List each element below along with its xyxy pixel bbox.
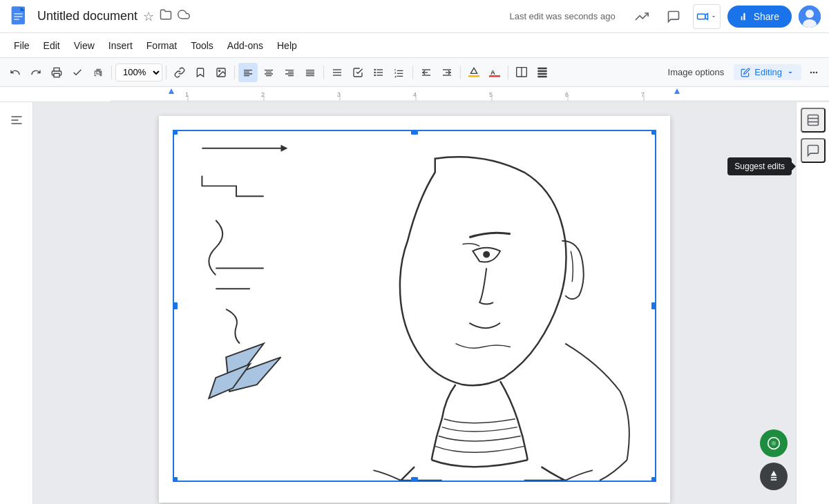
svg-rect-27 bbox=[468, 75, 479, 77]
handle-middle-right[interactable] bbox=[651, 302, 656, 309]
image-button[interactable] bbox=[211, 63, 231, 82]
text-color-button[interactable]: A bbox=[485, 63, 504, 82]
app-logo[interactable] bbox=[8, 6, 30, 28]
svg-rect-7 bbox=[741, 16, 742, 20]
handle-middle-left[interactable] bbox=[173, 302, 178, 309]
svg-rect-11 bbox=[54, 73, 59, 77]
ruler: 1 2 3 4 5 6 7 bbox=[0, 87, 829, 102]
add-comment-button[interactable] bbox=[801, 108, 826, 133]
svg-point-13 bbox=[219, 70, 220, 71]
align-left-button[interactable] bbox=[238, 63, 258, 82]
align-center-button[interactable] bbox=[259, 63, 278, 82]
svg-rect-92 bbox=[771, 479, 776, 481]
column-layout-button[interactable] bbox=[512, 63, 531, 82]
separator-2 bbox=[166, 66, 166, 79]
separator-1 bbox=[111, 66, 112, 79]
svg-point-21 bbox=[374, 74, 376, 76]
user-avatar[interactable] bbox=[799, 6, 821, 28]
svg-text:A: A bbox=[490, 68, 495, 75]
svg-point-90 bbox=[772, 441, 776, 446]
svg-rect-34 bbox=[537, 72, 546, 75]
document-page: Edit bbox=[159, 116, 670, 503]
svg-rect-20 bbox=[377, 72, 383, 72]
last-edit-text: Last edit was seconds ago bbox=[509, 11, 615, 21]
indent-increase-button[interactable] bbox=[437, 63, 457, 82]
menu-edit[interactable]: Edit bbox=[38, 37, 66, 54]
toolbar-right: Image options Editing bbox=[661, 63, 823, 82]
more-options-button[interactable] bbox=[533, 63, 552, 82]
handle-bottom-left[interactable] bbox=[173, 477, 178, 482]
svg-rect-2 bbox=[14, 13, 23, 14]
svg-point-9 bbox=[806, 10, 814, 18]
menu-help[interactable]: Help bbox=[271, 37, 303, 54]
toolbar-more-button[interactable] bbox=[804, 63, 823, 82]
svg-point-17 bbox=[374, 68, 376, 70]
link-button[interactable] bbox=[170, 63, 189, 82]
handle-top-left[interactable] bbox=[173, 130, 178, 135]
doc-area: Edit bbox=[33, 102, 796, 504]
undo-button[interactable] bbox=[6, 63, 25, 82]
svg-rect-3 bbox=[14, 16, 23, 17]
menu-view[interactable]: View bbox=[68, 37, 100, 54]
svg-point-19 bbox=[374, 71, 376, 73]
bookmark-button[interactable] bbox=[191, 63, 210, 82]
handle-top-right[interactable] bbox=[651, 130, 656, 135]
menu-bar: File Edit View Insert Format Tools Add-o… bbox=[0, 33, 829, 58]
left-sidebar bbox=[0, 102, 33, 504]
svg-rect-22 bbox=[377, 75, 383, 75]
editing-label: Editing bbox=[754, 67, 782, 77]
comments-btn[interactable] bbox=[661, 4, 686, 29]
svg-marker-6 bbox=[705, 13, 707, 19]
editing-mode-button[interactable]: Editing bbox=[734, 64, 801, 80]
svg-rect-18 bbox=[377, 69, 383, 70]
main-area: Edit bbox=[0, 102, 829, 504]
align-right-button[interactable] bbox=[280, 63, 299, 82]
drawing-content bbox=[174, 131, 655, 481]
svg-rect-5 bbox=[697, 14, 705, 19]
navigate-fab-button[interactable] bbox=[760, 463, 788, 490]
suggest-edits-tooltip: Suggest edits bbox=[727, 157, 792, 175]
menu-tools[interactable]: Tools bbox=[185, 37, 219, 54]
outline-icon[interactable] bbox=[4, 108, 29, 133]
right-sidebar: Suggest edits bbox=[796, 102, 829, 504]
doc-title[interactable]: Untitled document bbox=[37, 9, 137, 23]
title-right: Last edit was seconds ago Share bbox=[509, 4, 821, 29]
svg-marker-57 bbox=[281, 145, 288, 152]
spell-check-btn[interactable] bbox=[629, 4, 654, 29]
svg-point-60 bbox=[483, 251, 490, 258]
handle-bottom-right[interactable] bbox=[651, 477, 656, 482]
line-spacing-button[interactable] bbox=[327, 63, 347, 82]
handle-bottom-center[interactable] bbox=[411, 477, 418, 482]
indent-decrease-button[interactable] bbox=[417, 63, 436, 82]
handle-top-center[interactable] bbox=[411, 130, 418, 135]
highlight-color-button[interactable] bbox=[464, 63, 484, 82]
title-icons: ☆ bbox=[143, 8, 190, 24]
svg-rect-86 bbox=[808, 115, 818, 126]
numbered-list-button[interactable] bbox=[390, 63, 409, 82]
selected-image[interactable]: Edit bbox=[173, 130, 656, 482]
cloud-icon[interactable] bbox=[178, 8, 190, 24]
svg-rect-33 bbox=[537, 70, 546, 72]
menu-addons[interactable]: Add-ons bbox=[222, 37, 269, 54]
checklist-button[interactable] bbox=[348, 63, 368, 82]
separator-3 bbox=[234, 66, 235, 79]
menu-insert[interactable]: Insert bbox=[103, 37, 138, 54]
suggest-edits-button[interactable] bbox=[801, 138, 826, 163]
image-options-button[interactable]: Image options bbox=[661, 64, 732, 80]
print-button[interactable] bbox=[47, 63, 66, 82]
svg-marker-52 bbox=[674, 88, 680, 94]
align-justify-button[interactable] bbox=[301, 63, 320, 82]
folder-icon[interactable] bbox=[160, 8, 172, 24]
redo-button[interactable] bbox=[26, 63, 46, 82]
bullet-list-button[interactable] bbox=[369, 63, 388, 82]
paint-format-button[interactable] bbox=[88, 63, 108, 82]
share-button[interactable]: Share bbox=[727, 6, 792, 28]
menu-format[interactable]: Format bbox=[141, 37, 182, 54]
svg-rect-32 bbox=[537, 67, 546, 69]
spellcheck-button[interactable] bbox=[68, 63, 87, 82]
zoom-fab-button[interactable] bbox=[760, 429, 788, 457]
meet-btn[interactable] bbox=[693, 4, 721, 29]
menu-file[interactable]: File bbox=[8, 37, 35, 54]
star-icon[interactable]: ☆ bbox=[143, 9, 154, 24]
zoom-select[interactable]: 100% 75% 125% 150% bbox=[115, 64, 162, 81]
